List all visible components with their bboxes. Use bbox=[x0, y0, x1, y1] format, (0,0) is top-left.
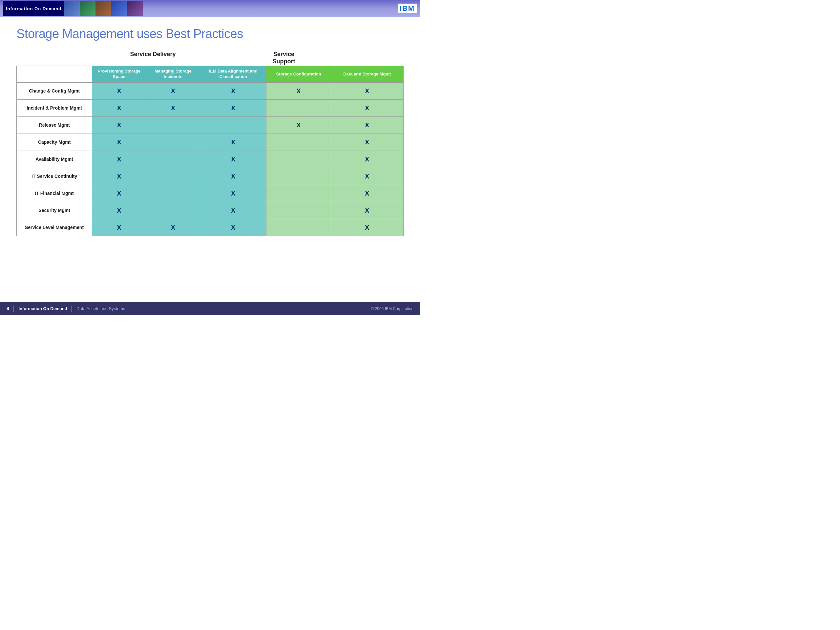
cell-provisioning-8: X bbox=[92, 219, 146, 236]
logo-badge: Information On Demand bbox=[3, 1, 64, 16]
header-photo-2 bbox=[80, 1, 95, 16]
cell-ilm-6: X bbox=[200, 185, 267, 202]
column-header-row: Provisioning Storage Space Managing Stor… bbox=[17, 66, 404, 83]
header-photos bbox=[64, 1, 143, 16]
table-row: Incident & Problem Mgmt X X X X bbox=[17, 99, 404, 117]
cell-managing-3 bbox=[146, 134, 200, 151]
footer-right: © 2006 IBM Corporation bbox=[371, 305, 414, 311]
footer-page-number: 8 bbox=[6, 306, 9, 311]
footer-brand: Information On Demand bbox=[18, 306, 67, 311]
footer-section: Data Assets and Systems bbox=[76, 306, 125, 311]
row-label-1: Incident & Problem Mgmt bbox=[17, 99, 92, 117]
cell-ilm-1: X bbox=[200, 99, 267, 117]
cell-ilm-3: X bbox=[200, 134, 267, 151]
cell-managing-4 bbox=[146, 151, 200, 168]
cell-ilm-2 bbox=[200, 117, 267, 134]
row-label-6: IT Financial Mgmt bbox=[17, 185, 92, 202]
cell-ilm-0: X bbox=[200, 82, 267, 99]
footer-left: 8 | Information On Demand | Data Assets … bbox=[6, 305, 125, 312]
footer: 8 | Information On Demand | Data Assets … bbox=[0, 302, 420, 315]
cell-storage-config-6 bbox=[267, 185, 331, 202]
service-support-header: ServiceSupport bbox=[230, 51, 338, 65]
cell-data-storage-1: X bbox=[331, 99, 403, 117]
header-photo-3 bbox=[95, 1, 111, 16]
section-headers: Service Delivery ServiceSupport bbox=[76, 51, 404, 65]
cell-data-storage-0: X bbox=[331, 82, 403, 99]
cell-data-storage-8: X bbox=[331, 219, 403, 236]
footer-copyright: © 2006 IBM Corporation bbox=[371, 306, 414, 311]
page-title: Storage Management uses Best Practices bbox=[16, 27, 404, 41]
header-photo-1 bbox=[64, 1, 80, 16]
main-content: Storage Management uses Best Practices S… bbox=[0, 17, 420, 243]
cell-ilm-8: X bbox=[200, 219, 267, 236]
cell-storage-config-8 bbox=[267, 219, 331, 236]
cell-data-storage-7: X bbox=[331, 202, 403, 219]
header-photo-5 bbox=[127, 1, 143, 16]
cell-storage-config-7 bbox=[267, 202, 331, 219]
cell-managing-5 bbox=[146, 168, 200, 185]
cell-storage-config-4 bbox=[267, 151, 331, 168]
col-header-provisioning: Provisioning Storage Space bbox=[92, 66, 146, 83]
table-row: Availability Mgmt X X X bbox=[17, 151, 404, 168]
table-row: Service Level Management X X X X bbox=[17, 219, 404, 236]
cell-managing-0: X bbox=[146, 82, 200, 99]
table-row: IT Financial Mgmt X X X bbox=[17, 185, 404, 202]
cell-data-storage-5: X bbox=[331, 168, 403, 185]
cell-managing-6 bbox=[146, 185, 200, 202]
table-row: Security Mgmt X X X bbox=[17, 202, 404, 219]
row-label-0: Change & Config Mgmt bbox=[17, 82, 92, 99]
row-label-7: Security Mgmt bbox=[17, 202, 92, 219]
cell-storage-config-0: X bbox=[267, 82, 331, 99]
cell-provisioning-1: X bbox=[92, 99, 146, 117]
cell-managing-8: X bbox=[146, 219, 200, 236]
cell-provisioning-0: X bbox=[92, 82, 146, 99]
cell-provisioning-3: X bbox=[92, 134, 146, 151]
cell-storage-config-3 bbox=[267, 134, 331, 151]
cell-provisioning-6: X bbox=[92, 185, 146, 202]
table-section: Service Delivery ServiceSupport Provisio… bbox=[16, 51, 404, 236]
cell-ilm-4: X bbox=[200, 151, 267, 168]
col-header-empty bbox=[17, 66, 92, 83]
cell-provisioning-5: X bbox=[92, 168, 146, 185]
cell-provisioning-7: X bbox=[92, 202, 146, 219]
cell-managing-1: X bbox=[146, 99, 200, 117]
table-row: Capacity Mgmt X X X bbox=[17, 134, 404, 151]
table-row: Change & Config Mgmt X X X X X bbox=[17, 82, 404, 99]
cell-provisioning-2: X bbox=[92, 117, 146, 134]
cell-storage-config-2: X bbox=[267, 117, 331, 134]
cell-managing-7 bbox=[146, 202, 200, 219]
cell-data-storage-3: X bbox=[331, 134, 403, 151]
table-row: Release Mgmt X X X bbox=[17, 117, 404, 134]
col-header-storage-config: Storage Configuration bbox=[267, 66, 331, 83]
cell-data-storage-4: X bbox=[331, 151, 403, 168]
cell-managing-2 bbox=[146, 117, 200, 134]
row-label-5: IT Service Continuity bbox=[17, 168, 92, 185]
cell-data-storage-2: X bbox=[331, 117, 403, 134]
row-label-8: Service Level Management bbox=[17, 219, 92, 236]
header-brand-label: Information On Demand bbox=[6, 6, 62, 11]
col-header-data-storage: Data and Storage Mgmt bbox=[331, 66, 403, 83]
header: Information On Demand IBM bbox=[0, 0, 420, 17]
service-delivery-header: Service Delivery bbox=[76, 51, 230, 65]
cell-provisioning-4: X bbox=[92, 151, 146, 168]
matrix-table: Provisioning Storage Space Managing Stor… bbox=[16, 66, 404, 236]
ibm-logo: IBM bbox=[398, 4, 417, 13]
cell-storage-config-5 bbox=[267, 168, 331, 185]
cell-storage-config-1 bbox=[267, 99, 331, 117]
cell-ilm-5: X bbox=[200, 168, 267, 185]
cell-ilm-7: X bbox=[200, 202, 267, 219]
row-label-3: Capacity Mgmt bbox=[17, 134, 92, 151]
row-label-4: Availability Mgmt bbox=[17, 151, 92, 168]
col-header-ilm: ILM Data Alignment and Classification bbox=[200, 66, 267, 83]
header-left: Information On Demand bbox=[3, 1, 143, 16]
table-row: IT Service Continuity X X X bbox=[17, 168, 404, 185]
header-photo-4 bbox=[111, 1, 127, 16]
row-label-2: Release Mgmt bbox=[17, 117, 92, 134]
cell-data-storage-6: X bbox=[331, 185, 403, 202]
col-header-managing: Managing Storage Incidents bbox=[146, 66, 200, 83]
